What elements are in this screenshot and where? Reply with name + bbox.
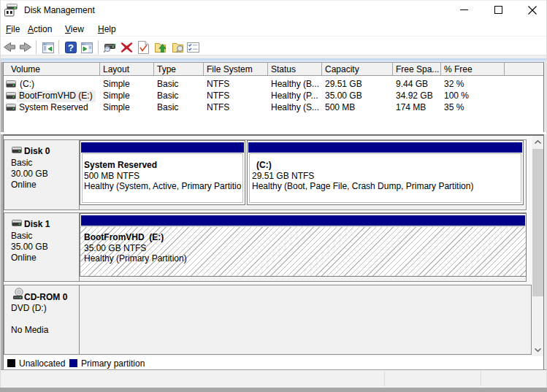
svg-text:?: ? xyxy=(68,42,74,53)
